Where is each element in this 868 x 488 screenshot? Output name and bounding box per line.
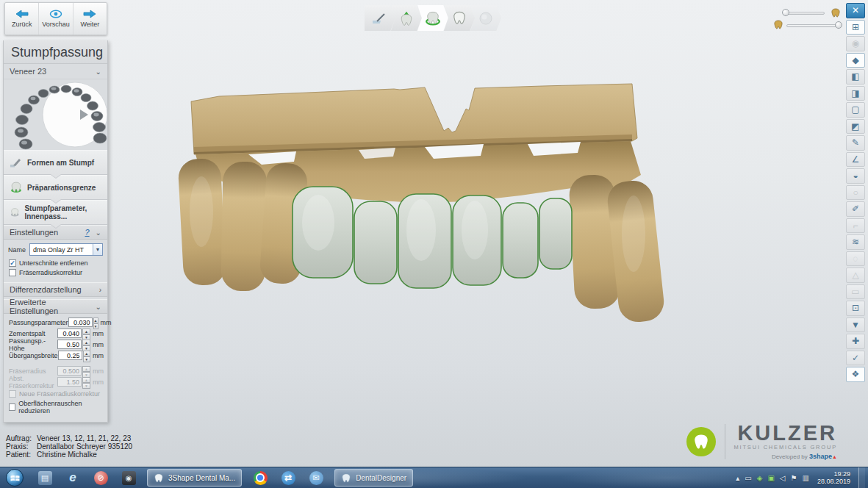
collapse-arrow-icon[interactable]: ▼ [846,317,865,333]
sphere-tool-icon: ◌ [846,251,865,267]
checkbox-unterschnitte[interactable]: ✓ Unterschnitte entfernen [4,259,107,268]
status-green-icon[interactable]: ◈ [757,474,763,482]
chrome-icon[interactable] [251,469,270,487]
slider-track[interactable] [783,12,825,15]
advanced-section-header[interactable]: Erweiterte Einstellungen ⌄ [4,299,107,314]
order-label: Patient: [6,451,37,459]
difference-section-header[interactable]: Differenzdarstellung › [4,282,107,297]
system-app-icon[interactable]: ▤ [35,469,54,487]
clock-date: 28.08.2019 [817,478,850,485]
screenshot-icon[interactable]: ⊡ [846,301,865,316]
preview-button[interactable]: Vorschau [38,3,72,35]
measure-tool-icon[interactable]: ∠ [846,152,865,168]
lower-jaw-slider[interactable] [783,18,841,29]
layout-3-icon[interactable]: ▢ [846,102,865,118]
checkbox-box[interactable] [9,269,16,276]
preview-label: Vorschau [42,21,70,28]
workflow-step-crown[interactable] [444,5,475,31]
param-input [57,377,82,387]
unit-label: mm [93,367,104,375]
tooth-final-icon[interactable]: ❖ [846,367,865,382]
show-hidden-icons[interactable]: ▴ [736,474,739,482]
arrow-left-icon [15,10,29,18]
display-icon[interactable]: ▭ [745,474,751,482]
slider-track[interactable] [786,24,839,27]
param-input[interactable] [68,317,93,327]
system-tray: ▴ ▭ ◈ ▣ ◁ ⚑ ▥ 19:29 28.08.2019 [736,467,868,488]
dental-model[interactable] [175,65,675,351]
dropdown-arrow-icon[interactable]: ▼ [93,244,102,255]
close-view-icon[interactable]: ✕ [846,3,865,18]
remote-screen-icon[interactable]: ▣ [767,474,774,482]
taskbar-window-dentaldesigner[interactable]: DentalDesigner [334,469,413,487]
workflow-step-margin[interactable] [417,5,448,31]
layout-2-icon[interactable]: ◨ [846,86,865,101]
checkbox-label: Fräserradiuskorrektur [19,269,82,276]
probe-tool-icon[interactable]: ✎ [846,135,865,151]
spinner[interactable]: ▲▼ [82,340,90,349]
unit-label: mm [101,319,112,326]
spinner[interactable]: ▲▼ [93,317,98,327]
spinner[interactable]: ▲▼ [83,351,90,360]
slider-knob[interactable] [782,9,789,16]
developer-name: 3shape [809,453,832,460]
apply-check-icon[interactable]: ✓ [846,351,865,366]
action-center-icon[interactable]: ⚑ [791,474,797,482]
layout-1-icon[interactable]: ◧ [846,69,865,85]
checkbox-oberflaechenrauschen[interactable]: Oberflächenrauschen reduzieren [4,399,107,416]
layout-4-icon[interactable]: ◩ [846,119,865,134]
next-button[interactable]: Weiter [73,3,107,35]
show-desktop-button[interactable] [858,467,865,488]
checkbox-fraeserradius[interactable]: Fräserradiuskorrektur [4,268,107,278]
workflow-step-insertion[interactable] [391,5,422,31]
checkbox-label: Oberflächenrauschen reduzieren [18,400,107,415]
arch-overview[interactable] [4,79,107,150]
clock[interactable]: 19:29 28.08.2019 [817,470,850,485]
step-label: Stumpfparameter, Innenpass... [24,204,107,220]
developed-by-prefix: Developed by [772,453,808,460]
unit-label: mm [93,378,104,386]
order-label: Praxis: [6,442,37,451]
internet-explorer-icon[interactable]: e [63,469,82,487]
mail-app-icon[interactable]: ✉ [306,469,326,487]
item-selector[interactable]: Veneer 23 ⌄ [4,64,107,79]
step-stumpfparameter[interactable]: Stumpfparameter, Innenpass... [4,200,107,225]
device-app-icon[interactable]: ⊘ [91,469,110,487]
zoom-fit-icon[interactable]: ⊞ [846,20,865,35]
taskbar-window-3shape[interactable]: 3Shape Dental Ma... [147,469,242,487]
chevron-right-icon: › [99,286,101,294]
param-input[interactable] [57,340,82,349]
cross-section-icon[interactable]: ◒ [846,168,865,184]
insertion-direction-icon [399,11,414,26]
material-dropdown[interactable]: dma Onlay Zr HT ▼ [29,243,103,256]
start-button[interactable] [6,469,24,487]
circle-tool-icon: ○ [846,185,865,201]
param-input[interactable] [57,329,82,338]
volume-icon[interactable]: ◁ [780,474,786,482]
teamviewer-icon[interactable]: ⇄ [279,469,298,487]
developer-mark: ▲ [832,454,837,459]
checkbox-box[interactable]: ✓ [9,259,16,267]
step-formen-am-stumpf[interactable]: Formen am Stumpf [4,150,107,175]
axes-cross-icon[interactable]: ✚ [846,334,865,349]
visibility-sliders [783,7,841,29]
step-praeparationsgrenze[interactable]: Präparationsgrenze [4,175,107,200]
sculpt-step-icon [373,12,387,25]
margin-line-icon [426,11,440,26]
name-label: Name [8,246,26,254]
network-icon[interactable]: ▥ [803,474,809,482]
upper-jaw-slider[interactable] [783,7,841,18]
checkbox-box[interactable] [9,403,15,411]
tooth-view-icon[interactable]: ◆ [846,53,865,68]
spinner[interactable]: ▲▼ [82,329,90,338]
workflow-step-sculpt[interactable] [365,5,395,31]
3d-viewport[interactable] [0,0,868,467]
help-link[interactable]: ? [85,228,89,237]
smooth-tool-icon[interactable]: ≋ [846,234,865,250]
back-button[interactable]: Zurück [5,3,38,35]
sculpt-tooth-icon[interactable]: ✐ [846,201,865,217]
slider-knob[interactable] [835,21,842,29]
photo-viewer-icon[interactable]: ◉ [119,469,138,487]
param-label: Fräserradius [9,367,57,375]
param-input[interactable] [58,351,82,360]
